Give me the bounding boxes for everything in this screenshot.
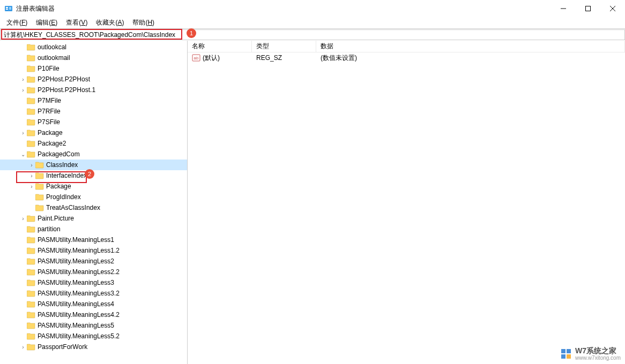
string-value-icon: ab: [192, 54, 200, 62]
chevron-right-icon[interactable]: ›: [19, 344, 27, 350]
value-name: ab(默认): [188, 52, 252, 64]
tree-node[interactable]: ›Package: [0, 181, 187, 192]
tree-node[interactable]: ›partition: [0, 224, 187, 234]
tree-node[interactable]: ›PASMUtility.MeaningLess5: [0, 320, 187, 331]
tree-node-label: ClassIndex: [46, 161, 78, 169]
tree-node-label: PackagedCom: [38, 150, 80, 158]
close-button[interactable]: [600, 0, 625, 17]
folder-icon: [27, 215, 35, 222]
tree-node-label: P7RFile: [38, 108, 61, 115]
tree-node-label: PASMUtility.MeaningLess4: [38, 300, 114, 308]
folder-icon: [27, 140, 35, 147]
tree-node[interactable]: ›Paint.Picture: [0, 213, 187, 224]
values-pane[interactable]: 名称 类型 数据 ab(默认)REG_SZ(数值未设置): [188, 41, 625, 364]
chevron-right-icon[interactable]: ›: [19, 130, 27, 136]
minimize-button[interactable]: [551, 0, 576, 17]
chevron-right-icon[interactable]: ›: [19, 216, 27, 222]
tree-node-label: PASMUtility.MeaningLess4.2: [38, 311, 120, 318]
tree-node[interactable]: ›P2PHost.P2PHost.1: [0, 85, 187, 95]
tree-node-label: Package2: [38, 140, 66, 147]
menu-help[interactable]: 帮助(H): [128, 18, 159, 27]
tree-node[interactable]: ›P2PHost.P2PHost: [0, 74, 187, 85]
tree-node-label: P2PHost.P2PHost: [38, 75, 90, 83]
svg-rect-9: [561, 354, 566, 359]
menu-favorites[interactable]: 收藏夹(A): [92, 18, 128, 27]
svg-rect-1: [6, 7, 8, 8]
folder-icon: [27, 150, 35, 158]
menu-file[interactable]: 文件(F): [2, 18, 32, 27]
folder-icon: [27, 65, 35, 72]
regedit-icon: [4, 4, 13, 13]
watermark-title: W7系统之家: [575, 347, 621, 355]
tree-node[interactable]: ›PASMUtility.MeaningLess5.2: [0, 331, 187, 342]
tree-node[interactable]: ›ClassIndex: [0, 160, 187, 170]
tree-node[interactable]: ›Package2: [0, 138, 187, 149]
folder-icon: [27, 279, 35, 286]
tree-node[interactable]: ›PassportForWork: [0, 342, 187, 352]
tree-node[interactable]: ›P10File: [0, 63, 187, 74]
column-data[interactable]: 数据: [316, 41, 625, 52]
tree-node[interactable]: ›PASMUtility.MeaningLess3: [0, 277, 187, 288]
value-data: (数值未设置): [316, 52, 625, 64]
tree-node-label: PASMUtility.MeaningLess3.2: [38, 290, 120, 297]
tree-node[interactable]: ›PASMUtility.MeaningLess1.2: [0, 245, 187, 256]
tree-node[interactable]: ›PASMUtility.MeaningLess1: [0, 234, 187, 245]
chevron-down-icon[interactable]: ⌄: [19, 151, 27, 157]
menubar: 文件(F) 编辑(E) 查看(V) 收藏夹(A) 帮助(H): [0, 17, 625, 29]
folder-icon: [27, 75, 35, 83]
tree-node-label: PASMUtility.MeaningLess2: [38, 257, 114, 265]
tree-node[interactable]: ›P7SFile: [0, 117, 187, 127]
tree-node[interactable]: ›outlookmail: [0, 52, 187, 63]
svg-rect-10: [567, 354, 571, 359]
tree-node-label: Package: [46, 183, 71, 190]
tree-node[interactable]: ›InterfaceIndex: [0, 170, 187, 181]
tree-node-label: PASMUtility.MeaningLess5.2: [38, 332, 120, 340]
tree-node[interactable]: ›outlookcal: [0, 42, 187, 52]
tree-node[interactable]: ⌄PackagedCom: [0, 149, 187, 160]
folder-icon: [27, 129, 35, 136]
tree-node-label: partition: [38, 225, 61, 233]
folder-icon: [35, 204, 44, 211]
maximize-button[interactable]: [576, 0, 600, 17]
address-row: 1: [0, 29, 625, 41]
registry-tree: ›outlookcal›outlookmail›P10File›P2PHost.…: [0, 41, 187, 352]
tree-node-label: PASMUtility.MeaningLess3: [38, 279, 114, 286]
svg-rect-8: [567, 349, 571, 353]
chevron-right-icon[interactable]: ›: [28, 173, 35, 179]
folder-icon: [27, 108, 35, 115]
menu-view[interactable]: 查看(V): [62, 18, 92, 27]
tree-node[interactable]: ›PASMUtility.MeaningLess3.2: [0, 288, 187, 299]
tree-node[interactable]: ›P7MFile: [0, 95, 187, 106]
menu-edit[interactable]: 编辑(E): [32, 18, 62, 27]
svg-text:ab: ab: [194, 56, 199, 60]
folder-icon: [27, 290, 35, 297]
address-bar[interactable]: [0, 29, 625, 40]
folder-icon: [35, 183, 44, 190]
tree-node[interactable]: ›Package: [0, 127, 187, 138]
folder-icon: [27, 300, 35, 308]
tree-node[interactable]: ›PASMUtility.MeaningLess2.2: [0, 267, 187, 277]
tree-node[interactable]: ›ProgIdIndex: [0, 192, 187, 202]
tree-node[interactable]: ›PASMUtility.MeaningLess2: [0, 256, 187, 267]
values-header: 名称 类型 数据: [188, 41, 625, 52]
tree-node-label: P7MFile: [38, 97, 61, 104]
value-row[interactable]: ab(默认)REG_SZ(数值未设置): [188, 52, 625, 63]
folder-icon: [27, 54, 35, 62]
folder-icon: [35, 161, 44, 169]
tree-node[interactable]: ›TreatAsClassIndex: [0, 202, 187, 213]
column-name[interactable]: 名称: [188, 41, 252, 52]
chevron-right-icon[interactable]: ›: [28, 184, 35, 189]
tree-node-label: PASMUtility.MeaningLess1: [38, 236, 114, 244]
tree-node[interactable]: ›PASMUtility.MeaningLess4: [0, 299, 187, 309]
folder-icon: [27, 118, 35, 126]
tree-pane[interactable]: ›outlookcal›outlookmail›P10File›P2PHost.…: [0, 41, 188, 364]
folder-icon: [27, 43, 35, 51]
value-rows: ab(默认)REG_SZ(数值未设置): [188, 52, 625, 63]
tree-node[interactable]: ›PASMUtility.MeaningLess4.2: [0, 309, 187, 320]
tree-node[interactable]: ›P7RFile: [0, 106, 187, 117]
column-type[interactable]: 类型: [252, 41, 316, 52]
tree-node-label: outlookcal: [38, 43, 66, 51]
chevron-right-icon[interactable]: ›: [19, 77, 27, 82]
chevron-right-icon[interactable]: ›: [28, 162, 35, 168]
chevron-right-icon[interactable]: ›: [19, 87, 27, 93]
